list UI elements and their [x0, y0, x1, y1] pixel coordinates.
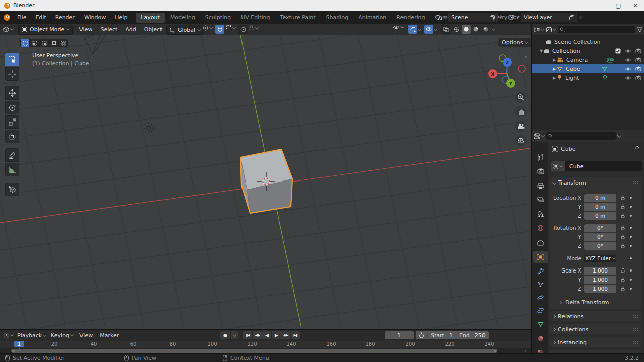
properties-editor-type-button[interactable] — [534, 133, 544, 139]
rotation-x-field[interactable]: 0° — [584, 224, 616, 232]
tab-object[interactable] — [533, 251, 548, 263]
animate-dot[interactable] — [630, 236, 632, 238]
sidebar-toggle-icon[interactable]: ‹ — [525, 53, 527, 60]
lock-icon[interactable] — [620, 243, 625, 248]
tool-cursor[interactable] — [5, 67, 19, 81]
workspace-tab-texture-paint[interactable]: Texture Paint — [275, 13, 321, 23]
menu-select[interactable]: Select — [96, 26, 121, 33]
keying-menu[interactable]: Keying — [51, 332, 73, 339]
outliner-row-scene-collection[interactable]: Scene Collection — [532, 37, 644, 46]
pin-icon[interactable] — [633, 145, 639, 151]
light-object[interactable] — [144, 124, 153, 133]
filter-icon[interactable] — [637, 27, 642, 32]
timeline-scrollbar[interactable] — [11, 349, 497, 353]
drag-dots-icon[interactable] — [633, 180, 638, 185]
scrollbar-left-handle[interactable] — [12, 350, 15, 352]
current-frame-field[interactable]: 1 — [385, 331, 414, 339]
shading-wireframe-button[interactable] — [452, 25, 461, 34]
menu-render[interactable]: Render — [51, 13, 79, 23]
remove-view-layer-icon[interactable]: ✕ — [579, 15, 583, 20]
new-scene-icon[interactable] — [490, 15, 495, 20]
animate-dot[interactable] — [630, 269, 632, 272]
lock-icon[interactable] — [620, 234, 625, 239]
lock-icon[interactable] — [620, 204, 625, 209]
unlink-scene-icon[interactable]: ✕ — [499, 15, 503, 20]
animate-dot[interactable] — [630, 227, 632, 229]
delta-transform-subpanel[interactable]: Delta Transform — [559, 299, 609, 306]
play-button[interactable]: ▶ — [272, 331, 281, 339]
scrollbar-right-handle[interactable] — [494, 350, 496, 352]
show-gizmo-button[interactable] — [408, 25, 417, 34]
animate-dot[interactable] — [630, 197, 632, 199]
object-name-input[interactable]: Cube — [565, 161, 642, 171]
animate-dot[interactable] — [630, 215, 632, 217]
tab-particles[interactable] — [533, 278, 548, 290]
disable-render-icon[interactable] — [635, 48, 641, 53]
menu-object[interactable]: Object — [140, 26, 167, 33]
proportional-falloff-dropdown[interactable] — [248, 25, 258, 31]
scale-y-field[interactable]: 1.000 — [584, 276, 616, 284]
select-mode-intersect[interactable] — [59, 39, 67, 47]
properties-options-chevron-icon[interactable] — [617, 133, 621, 137]
expand-triangle-icon[interactable]: ▶ — [552, 58, 557, 62]
location-z-field[interactable]: 0 m — [584, 212, 616, 220]
workspace-tab-rendering[interactable]: Rendering — [391, 13, 430, 23]
shading-material-button[interactable] — [471, 25, 480, 34]
tool-move[interactable] — [5, 86, 19, 100]
properties-search-input[interactable] — [546, 132, 616, 140]
playback-menu[interactable]: Playback — [17, 332, 46, 339]
hide-eye-icon[interactable] — [625, 49, 631, 53]
tool-add-cube[interactable] — [5, 183, 19, 196]
relations-panel[interactable]: Relations — [550, 311, 641, 321]
close-button[interactable]: ✕ — [627, 0, 644, 11]
menu-file[interactable]: File — [13, 13, 31, 23]
shading-solid-button[interactable] — [462, 25, 471, 34]
overlays-chevron-icon[interactable] — [434, 27, 437, 30]
tab-collection[interactable] — [533, 237, 548, 249]
playhead[interactable]: 1 — [14, 341, 24, 347]
workspace-tab-layout[interactable]: Layout — [136, 13, 165, 23]
auto-keying-chevron[interactable] — [231, 331, 238, 339]
menu-edit[interactable]: Edit — [31, 13, 50, 23]
mode-dropdown[interactable]: Object Mode — [18, 25, 73, 35]
auto-keying-button[interactable]: ● — [220, 331, 230, 339]
select-mode-invert[interactable] — [49, 39, 58, 47]
location-y-field[interactable]: 0 m — [584, 203, 616, 211]
rotation-z-field[interactable]: 0° — [584, 242, 616, 250]
shading-chevron-icon[interactable] — [492, 27, 495, 30]
tab-render[interactable] — [533, 165, 548, 177]
rotation-mode-dropdown[interactable]: XYZ Euler — [584, 255, 616, 262]
tab-tool[interactable] — [533, 151, 548, 163]
outliner-row-cube[interactable]: ▶ Cube — [532, 64, 644, 73]
transform-panel-header[interactable]: Transform — [550, 177, 641, 188]
navigation-gizmo[interactable]: Z X Y — [484, 50, 529, 96]
shading-rendered-button[interactable] — [481, 25, 490, 34]
workspace-tab-animation[interactable]: Animation — [353, 13, 391, 23]
workspace-tab-sculpting[interactable]: Sculpting — [200, 13, 236, 23]
jump-to-end-button[interactable]: ▶▮ — [291, 331, 300, 339]
lock-icon[interactable] — [620, 195, 625, 200]
orthographic-toggle-button[interactable] — [515, 135, 526, 146]
tab-output[interactable] — [533, 179, 548, 192]
lock-icon[interactable] — [620, 213, 625, 218]
scene-browse-chevron-icon[interactable] — [444, 15, 447, 19]
disable-render-icon[interactable] — [635, 57, 641, 62]
animate-dot[interactable] — [630, 245, 632, 247]
new-view-layer-icon[interactable] — [569, 15, 574, 20]
view-layer-browse-chevron-icon[interactable] — [516, 15, 520, 19]
instancing-panel[interactable]: Instancing — [550, 337, 641, 347]
tool-select-box[interactable] — [5, 53, 19, 66]
select-mode-subtract[interactable] — [40, 39, 48, 47]
snap-toggle-button[interactable] — [215, 25, 224, 34]
tab-modifiers[interactable] — [533, 265, 548, 277]
hide-eye-icon[interactable] — [625, 58, 631, 62]
jump-to-start-button[interactable]: ▮◀ — [243, 331, 252, 339]
menu-view[interactable]: View — [75, 26, 96, 33]
expand-triangle-icon[interactable]: ▶ — [552, 67, 557, 71]
maximize-button[interactable]: ▢ — [610, 0, 627, 11]
disable-render-icon[interactable] — [635, 66, 641, 71]
location-x-field[interactable]: 0 m — [584, 194, 616, 202]
show-overlays-button[interactable] — [424, 25, 433, 34]
workspace-tab-uv-editing[interactable]: UV Editing — [236, 13, 275, 23]
cube-object[interactable] — [240, 149, 292, 213]
